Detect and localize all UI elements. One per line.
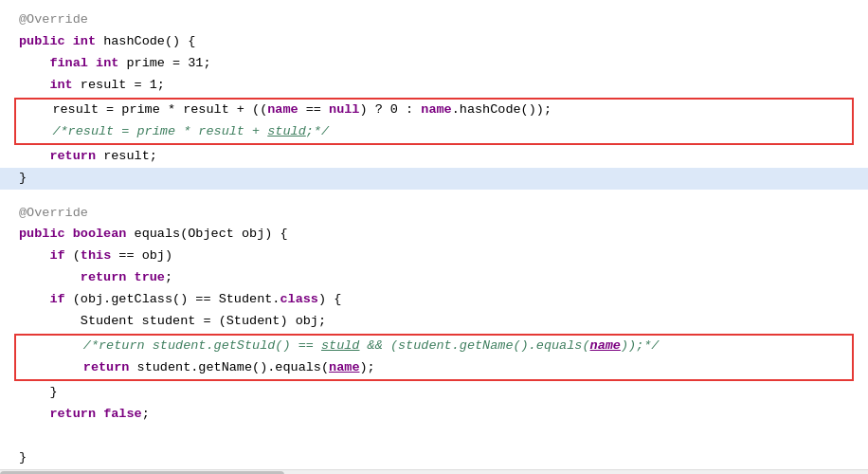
code-line-1: @Override [0, 9, 868, 31]
code-line-2: public int hashCode() { [0, 31, 868, 53]
code-line-11: if (obj.getClass() == Student.class) { [0, 289, 868, 311]
spacer-1 [0, 190, 868, 203]
code-line-5: return result; [0, 146, 868, 168]
code-line-8: public boolean equals(Object obj) { [0, 224, 868, 246]
code-line-10: return true; [0, 267, 868, 289]
code-line-6: } [0, 168, 868, 190]
code-line-3: final int prime = 31; [0, 53, 868, 75]
code-line-16: } [0, 447, 868, 469]
code-line-4: int result = 1; [0, 75, 868, 97]
code-editor: @Override public int hashCode() { final … [0, 0, 868, 474]
code-line-12: Student student = (Student) obj; [0, 311, 868, 333]
code-line-13: } [0, 382, 868, 404]
horizontal-scrollbar[interactable] [0, 469, 868, 474]
box2-line1: /*return student.getStuld() == stuld && … [22, 336, 846, 357]
code-line-15 [0, 426, 868, 447]
code-line-7: @Override [0, 203, 868, 225]
box1-line2: /*result = prime * result + stuld;*/ [22, 121, 846, 143]
code-line-14: return false; [0, 404, 868, 426]
box2-line2: return student.getName().equals(name); [22, 357, 846, 379]
highlighted-box-2: /*return student.getStuld() == stuld && … [14, 334, 854, 381]
highlighted-box-1: result = prime * result + ((name == null… [14, 98, 854, 145]
code-line-9: if (this == obj) [0, 246, 868, 267]
box1-line1: result = prime * result + ((name == null… [22, 100, 846, 121]
